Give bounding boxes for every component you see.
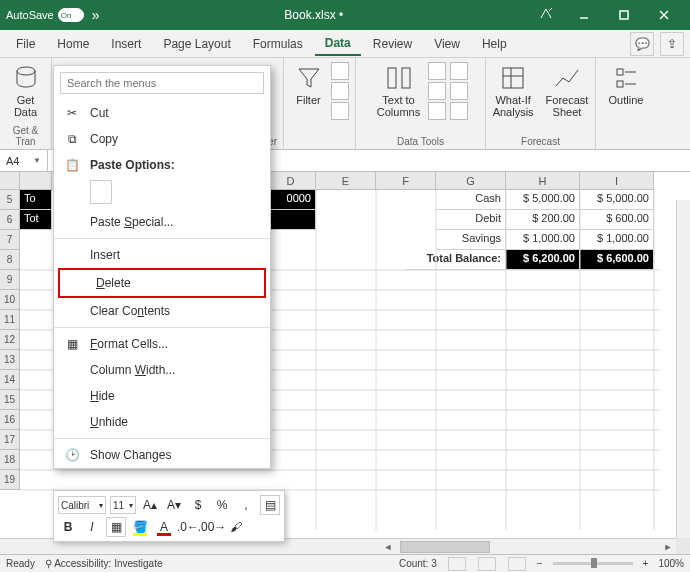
quick-access-more-icon[interactable]: » xyxy=(92,7,100,23)
col-b[interactable] xyxy=(20,172,52,190)
row-16[interactable]: 16 xyxy=(0,410,20,430)
maximize-button[interactable] xyxy=(604,0,644,30)
reapply-icon[interactable] xyxy=(331,82,349,100)
increase-decimal-icon[interactable]: .00→ xyxy=(202,517,222,537)
remove-duplicates-icon[interactable] xyxy=(428,82,446,100)
chevron-down-icon[interactable]: ▼ xyxy=(33,156,41,165)
menu-unhide[interactable]: Unhide xyxy=(54,409,270,435)
merge-center-icon[interactable]: ▤ xyxy=(260,495,280,515)
text-to-columns-button[interactable]: Text to Columns xyxy=(373,62,424,120)
cell-h8[interactable]: $ 6,200.00 xyxy=(506,250,580,270)
what-if-button[interactable]: What-If Analysis xyxy=(489,62,538,120)
comma-icon[interactable]: , xyxy=(236,495,256,515)
menu-show-changes[interactable]: 🕑Show Changes xyxy=(54,442,270,468)
row-9[interactable]: 9 xyxy=(0,270,20,290)
font-name-combo[interactable]: Calibri▾ xyxy=(58,496,106,514)
scroll-right-icon[interactable]: ► xyxy=(660,539,676,555)
col-h[interactable]: H xyxy=(506,172,580,190)
menu-column-width[interactable]: Column Width... xyxy=(54,357,270,383)
col-g[interactable]: G xyxy=(436,172,506,190)
share-icon[interactable]: ⇪ xyxy=(660,32,684,56)
name-box[interactable]: A4 ▼ xyxy=(0,150,48,171)
consolidate-icon[interactable] xyxy=(450,62,468,80)
row-8[interactable]: 8 xyxy=(0,250,20,270)
menu-cut[interactable]: ✂Cut xyxy=(54,100,270,126)
font-size-combo[interactable]: 11▾ xyxy=(110,496,136,514)
advanced-filter-icon[interactable] xyxy=(331,102,349,120)
tab-home[interactable]: Home xyxy=(47,33,99,55)
select-all-triangle[interactable] xyxy=(0,172,20,190)
comments-icon[interactable]: 💬 xyxy=(630,32,654,56)
tab-formulas[interactable]: Formulas xyxy=(243,33,313,55)
cell-b5[interactable]: To xyxy=(20,190,52,210)
format-painter-icon[interactable]: 🖌 xyxy=(226,517,246,537)
accessibility-status[interactable]: ⚲ Accessibility: Investigate xyxy=(45,558,163,569)
autosave-switch[interactable]: On xyxy=(58,8,84,22)
minimize-button[interactable] xyxy=(564,0,604,30)
tab-data[interactable]: Data xyxy=(315,32,361,56)
menu-clear-contents[interactable]: Clear Contents xyxy=(54,298,270,324)
flash-fill-icon[interactable] xyxy=(428,62,446,80)
row-14[interactable]: 14 xyxy=(0,370,20,390)
relationships-icon[interactable] xyxy=(450,82,468,100)
data-validation-icon[interactable] xyxy=(428,102,446,120)
tab-file[interactable]: File xyxy=(6,33,45,55)
cell-h5[interactable]: $ 5,000.00 xyxy=(506,190,580,210)
row-17[interactable]: 17 xyxy=(0,430,20,450)
tab-review[interactable]: Review xyxy=(363,33,422,55)
menu-search-input[interactable] xyxy=(60,72,264,94)
tab-view[interactable]: View xyxy=(424,33,470,55)
tab-help[interactable]: Help xyxy=(472,33,517,55)
zoom-level[interactable]: 100% xyxy=(658,558,684,569)
menu-hide[interactable]: Hide xyxy=(54,383,270,409)
cell-i6[interactable]: $ 600.00 xyxy=(580,210,654,230)
zoom-in-icon[interactable]: + xyxy=(643,558,649,569)
increase-font-icon[interactable]: A▴ xyxy=(140,495,160,515)
row-13[interactable]: 13 xyxy=(0,350,20,370)
forecast-sheet-button[interactable]: Forecast Sheet xyxy=(542,62,593,120)
cell-i7[interactable]: $ 1,000.00 xyxy=(580,230,654,250)
cell-h7[interactable]: $ 1,000.00 xyxy=(506,230,580,250)
menu-insert[interactable]: Insert xyxy=(54,242,270,268)
menu-copy[interactable]: ⧉Copy xyxy=(54,126,270,152)
autosave-toggle[interactable]: AutoSave On xyxy=(6,8,84,22)
fill-color-icon[interactable]: 🪣 xyxy=(130,517,150,537)
menu-format-cells[interactable]: ▦Format Cells... xyxy=(54,331,270,357)
tab-insert[interactable]: Insert xyxy=(101,33,151,55)
row-11[interactable]: 11 xyxy=(0,310,20,330)
outline-button[interactable]: Outline xyxy=(605,62,648,108)
cell-b6[interactable]: Tot xyxy=(20,210,52,230)
close-button[interactable] xyxy=(644,0,684,30)
scroll-thumb[interactable] xyxy=(400,541,490,553)
clear-filter-icon[interactable] xyxy=(331,62,349,80)
menu-delete[interactable]: Delete xyxy=(58,268,266,298)
row-7[interactable]: 7 xyxy=(0,230,20,250)
italic-icon[interactable]: I xyxy=(82,517,102,537)
cell-h6[interactable]: $ 200.00 xyxy=(506,210,580,230)
ribbon-mode-icon[interactable] xyxy=(528,6,564,25)
cell-d5[interactable]: 0000 xyxy=(266,190,316,210)
filter-button[interactable]: Filter xyxy=(291,62,327,108)
currency-icon[interactable]: $ xyxy=(188,495,208,515)
tab-page-layout[interactable]: Page Layout xyxy=(153,33,240,55)
vertical-scrollbar[interactable] xyxy=(676,200,690,538)
zoom-out-icon[interactable]: − xyxy=(537,558,543,569)
menu-paste-special[interactable]: Paste Special... xyxy=(54,209,270,235)
borders-icon[interactable]: ▦ xyxy=(106,517,126,537)
cell-d6[interactable] xyxy=(266,210,316,230)
bold-icon[interactable]: B xyxy=(58,517,78,537)
row-18[interactable]: 18 xyxy=(0,450,20,470)
get-data-button[interactable]: Get Data xyxy=(8,62,44,120)
col-e[interactable]: E xyxy=(316,172,376,190)
zoom-slider[interactable] xyxy=(553,562,633,565)
col-f[interactable]: F xyxy=(376,172,436,190)
cell-g7[interactable]: Savings xyxy=(436,230,506,250)
cell-g8[interactable]: Total Balance: xyxy=(406,250,506,270)
percent-icon[interactable]: % xyxy=(212,495,232,515)
cell-g5[interactable]: Cash xyxy=(436,190,506,210)
normal-view-icon[interactable] xyxy=(448,557,466,571)
col-i[interactable]: I xyxy=(580,172,654,190)
font-color-icon[interactable]: A xyxy=(154,517,174,537)
cell-i5[interactable]: $ 5,000.00 xyxy=(580,190,654,210)
page-layout-view-icon[interactable] xyxy=(478,557,496,571)
